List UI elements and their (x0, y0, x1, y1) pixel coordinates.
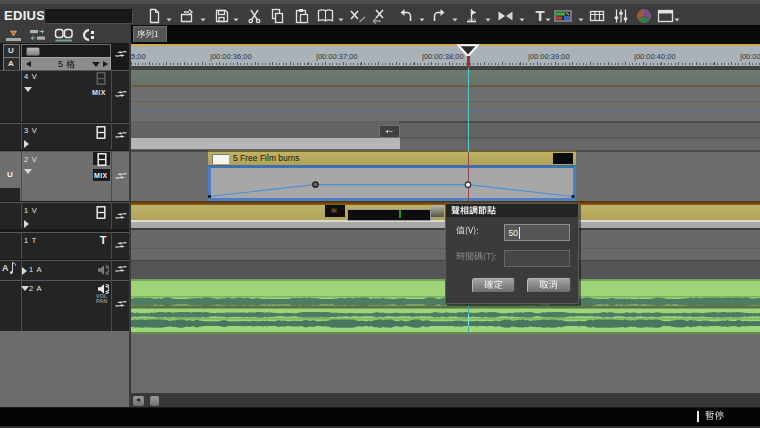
svg-text:A: A (2, 263, 9, 273)
